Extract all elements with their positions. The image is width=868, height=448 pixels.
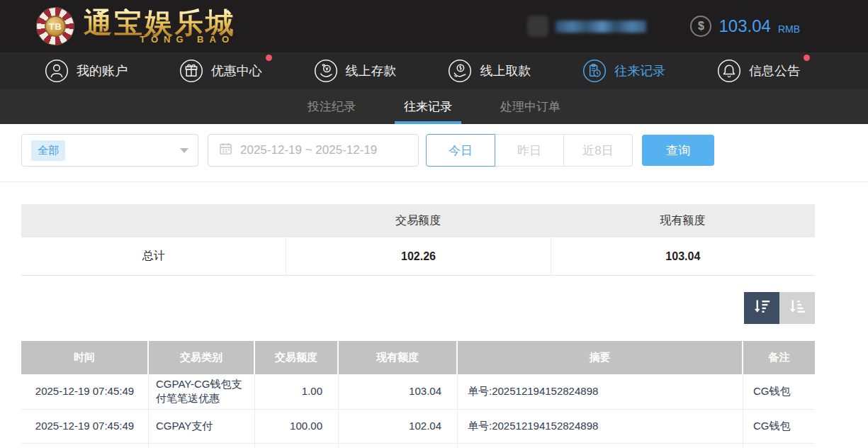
search-button[interactable]: 查询 [642, 135, 714, 166]
page: TB 通宝娱乐城 TONG BAO $ 103.04 RMB [0, 0, 868, 448]
selected-type-tag: 全部 [31, 140, 65, 161]
deposit-icon [313, 58, 339, 84]
cell-summary: 单号:202512194152824898 [458, 374, 743, 409]
brand-text: 通宝娱乐城 TONG BAO [84, 9, 236, 45]
sort-controls [0, 292, 815, 324]
cell-balance: 102.04 [339, 410, 458, 443]
nav-label: 线上取款 [480, 62, 531, 79]
yesterday-button[interactable]: 昨日 [495, 134, 564, 167]
summary-total-row: 总计 102.26 103.04 [21, 237, 815, 276]
sort-ascending-button[interactable] [779, 292, 815, 324]
table-row: 2025-12-19 07:45:49 CGPAY支付 100.00 102.0… [21, 410, 815, 444]
tab-betting-records[interactable]: 投注纪录 [305, 89, 358, 124]
cell-note: CG钱包 [743, 410, 815, 443]
date-range-value: 2025-12-19 ~ 2025-12-19 [240, 143, 377, 157]
tab-label: 处理中订单 [500, 99, 560, 115]
table-header-row: 时间 交易类别 交易额度 现有额度 摘要 备注 [21, 341, 815, 374]
notification-dot [266, 55, 272, 61]
chevron-down-icon [180, 148, 188, 153]
records-icon [582, 58, 607, 84]
nav-item-promotions[interactable]: 优惠中心 [179, 58, 262, 84]
gift-icon [179, 58, 204, 84]
nav-label: 我的账户 [77, 62, 128, 79]
summary-header-transaction-amount: 交易额度 [286, 204, 550, 237]
nav-item-my-account[interactable]: 我的账户 [44, 58, 128, 84]
cell-amount: 100.00 [255, 410, 339, 443]
bell-icon [716, 58, 742, 84]
today-button[interactable]: 今日 [426, 134, 495, 167]
chip-monogram: TB [45, 16, 66, 37]
calendar-icon [219, 142, 232, 159]
summary-transaction-amount: 102.26 [286, 237, 550, 275]
col-header-balance: 现有额度 [339, 341, 458, 374]
col-header-amount: 交易额度 [255, 341, 339, 374]
brand-logo[interactable]: TB 通宝娱乐城 TONG BAO [37, 8, 236, 45]
balance-currency: RMB [778, 23, 800, 35]
nav-item-withdraw[interactable]: 线上取款 [447, 58, 531, 84]
nav-label: 线上存款 [346, 62, 397, 79]
summary-header-row: 交易额度 现有额度 [21, 204, 815, 237]
nav-label: 信息公告 [749, 62, 800, 79]
nav-item-deposit[interactable]: 线上存款 [313, 58, 397, 84]
table-row: 2025-12-19 07:45:49 CGPAY-CG钱包支付笔笔送优惠 1.… [21, 374, 815, 410]
cell-type: CGPAY-CG钱包支付笔笔送优惠 [149, 374, 255, 409]
cell-balance: 103.04 [339, 374, 458, 409]
notification-dot [804, 55, 810, 61]
nav-item-transaction-records[interactable]: 往来记录 [582, 58, 665, 84]
last-8-days-button[interactable]: 近8日 [563, 134, 633, 167]
sub-nav: 投注纪录 往来记录 处理中订单 [0, 89, 868, 124]
summary-total-label: 总计 [21, 237, 286, 275]
date-range-input[interactable]: 2025-12-19 ~ 2025-12-19 [208, 134, 419, 167]
nav-label: 往来记录 [614, 62, 665, 79]
summary-current-amount: 103.04 [551, 237, 815, 275]
avatar [527, 16, 548, 37]
sort-ascending-icon [788, 297, 807, 319]
tab-transaction-records[interactable]: 往来记录 [402, 89, 454, 124]
user-area[interactable] [527, 16, 646, 37]
balance-display[interactable]: $ 103.04 RMB [690, 16, 800, 37]
cell-time: 2025-12-19 07:45:49 [21, 410, 149, 443]
summary-table: 交易额度 现有额度 总计 102.26 103.04 [21, 204, 815, 276]
divider [0, 181, 868, 182]
col-header-time: 时间 [21, 341, 149, 374]
summary-header-blank [21, 204, 286, 237]
top-header: TB 通宝娱乐城 TONG BAO $ 103.04 RMB [0, 0, 868, 52]
cell-amount: 1.00 [255, 374, 339, 409]
tab-label: 投注纪录 [308, 99, 356, 115]
cell-summary: 单号:202512194152824898 [458, 410, 743, 443]
nav-item-announcements[interactable]: 信息公告 [716, 58, 800, 84]
tab-pending-orders[interactable]: 处理中订单 [498, 89, 563, 124]
brand-name-en: TONG BAO [140, 34, 235, 45]
withdraw-icon [447, 58, 473, 84]
dollar-icon: $ [690, 16, 711, 37]
sort-descending-button[interactable] [744, 292, 779, 324]
cell-type: CGPAY支付 [149, 410, 255, 443]
tab-label: 往来记录 [404, 99, 452, 115]
transactions-table: 时间 交易类别 交易额度 现有额度 摘要 备注 2025-12-19 07:45… [21, 341, 815, 448]
cell-time: 2025-12-19 07:45:49 [21, 374, 149, 409]
poker-chip-icon: TB [37, 8, 74, 45]
col-header-type: 交易类别 [149, 341, 255, 374]
type-select[interactable]: 全部 [21, 134, 198, 167]
sort-descending-icon [753, 297, 772, 319]
nav-label: 优惠中心 [211, 62, 262, 79]
brand-name-cn: 通宝娱乐城 [84, 9, 236, 37]
summary-header-current-amount: 现有额度 [551, 204, 815, 237]
quick-date-buttons: 今日 昨日 近8日 [426, 134, 633, 167]
balance-amount: 103.04 [718, 16, 770, 36]
col-header-note: 备注 [743, 341, 815, 374]
user-icon [44, 58, 69, 84]
filter-row: 全部 2025-12-19 ~ 2025-12-19 今 [21, 134, 868, 167]
table-row-partial [21, 444, 815, 448]
col-header-summary: 摘要 [458, 341, 743, 374]
cell-note: CG钱包 [743, 374, 815, 409]
username-redacted [556, 21, 646, 33]
main-nav: 我的账户 优惠中心 [0, 52, 868, 89]
